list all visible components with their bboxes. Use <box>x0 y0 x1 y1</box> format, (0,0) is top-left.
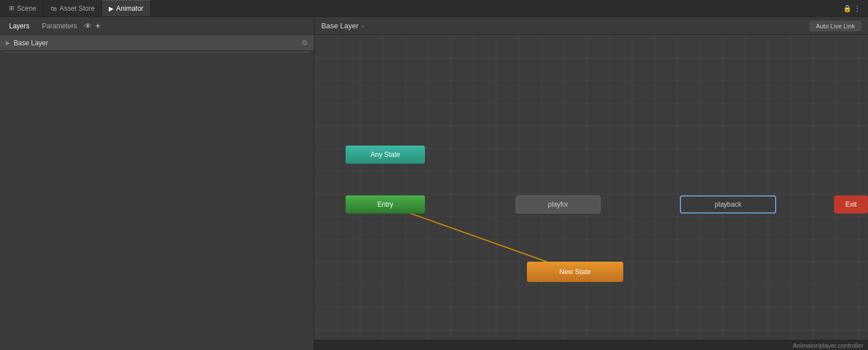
window-controls: 🔒 ⋮ <box>843 5 866 12</box>
sidebar-tab-parameters[interactable]: Parameters <box>36 20 83 32</box>
tab-asset-store[interactable]: 🛍 Asset Store <box>44 0 102 16</box>
animator-header: Base Layer › Auto Live Link <box>314 17 868 35</box>
tab-animator[interactable]: ▶ Animator <box>102 0 151 16</box>
main-area: Layers Parameters 👁 + ▶ Base Layer ⚙ Bas… <box>0 17 868 350</box>
base-layer-item[interactable]: ▶ Base Layer ⚙ <box>0 35 314 51</box>
layer-divider <box>5 52 309 53</box>
animator-wrapper: Base Layer › Auto Live Link Any Stat <box>314 17 868 350</box>
auto-live-link-button[interactable]: Auto Live Link <box>810 21 861 31</box>
playback-node[interactable]: playback <box>680 195 776 214</box>
breadcrumb-arrow: › <box>362 23 364 29</box>
exit-node[interactable]: Exit <box>834 195 868 214</box>
eye-button[interactable]: 👁 <box>84 22 92 31</box>
grid-background <box>314 35 868 340</box>
layer-gear-icon[interactable]: ⚙ <box>301 39 308 47</box>
status-bar: Animator/player.controller <box>314 340 868 350</box>
sidebar-tab-layers[interactable]: Layers <box>3 20 35 32</box>
scene-tab-label: Scene <box>17 5 36 12</box>
menu-button[interactable]: ⋮ <box>853 5 861 12</box>
tab-scene[interactable]: ⊞ Scene <box>2 0 44 16</box>
tab-bar: ⊞ Scene 🛍 Asset Store ▶ Animator 🔒 ⋮ <box>0 0 868 17</box>
playfor-label: playfor <box>548 200 568 208</box>
new-state-node[interactable]: New State <box>527 262 623 282</box>
layer-expand-icon: ▶ <box>6 40 10 46</box>
animator-canvas[interactable]: Any State Entry playfor playback Exit Ne… <box>314 35 868 340</box>
status-path: Animator/player.controller <box>793 342 863 349</box>
lock-button[interactable]: 🔒 <box>843 5 851 12</box>
animator-icon: ▶ <box>109 5 113 12</box>
add-layer-button[interactable]: + <box>95 22 100 31</box>
new-state-label: New State <box>559 268 590 276</box>
entry-node[interactable]: Entry <box>346 195 425 214</box>
entry-label: Entry <box>377 200 393 208</box>
playfor-node[interactable]: playfor <box>516 195 601 214</box>
asset-store-tab-label: Asset Store <box>59 5 95 12</box>
layers-tab-label: Layers <box>9 22 29 30</box>
sidebar-tab-bar: Layers Parameters 👁 + <box>0 17 314 35</box>
any-state-label: Any State <box>371 151 400 159</box>
asset-store-icon: 🛍 <box>50 5 57 12</box>
any-state-node[interactable]: Any State <box>346 146 425 164</box>
playback-label: playback <box>714 200 741 208</box>
animator-tab-label: Animator <box>116 5 143 12</box>
base-layer-name: Base Layer <box>14 39 298 47</box>
exit-label: Exit <box>845 200 857 208</box>
breadcrumb-base-layer: Base Layer <box>321 22 359 30</box>
scene-icon: ⊞ <box>9 5 14 12</box>
parameters-tab-label: Parameters <box>42 22 77 30</box>
sidebar: Layers Parameters 👁 + ▶ Base Layer ⚙ <box>0 17 314 350</box>
